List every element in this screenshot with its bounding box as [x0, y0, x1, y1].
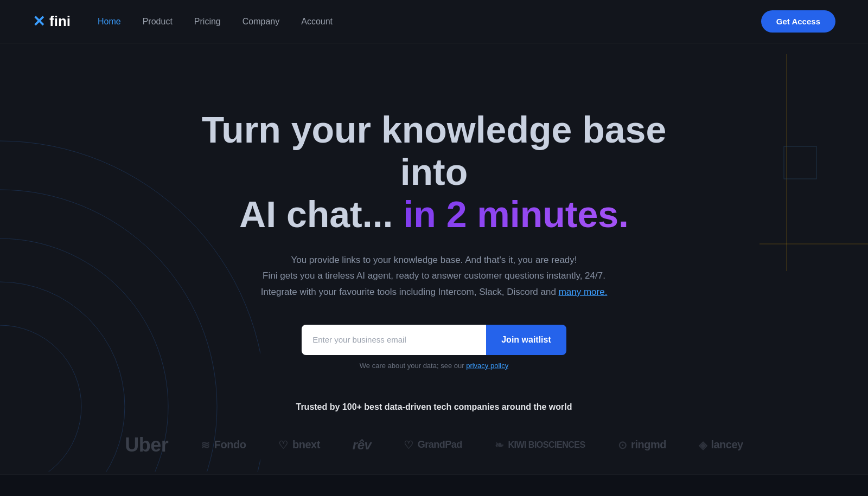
hero-title-line1: Turn your knowledge base into: [202, 109, 666, 192]
logos-row: Uber ≋ Fondo ♡ bnext rêv ♡ GrandPad ❧ KI…: [0, 434, 868, 456]
main-content: Turn your knowledge base into AI chat...…: [0, 43, 868, 456]
nav-item-home[interactable]: Home: [98, 17, 121, 27]
email-input[interactable]: [302, 325, 486, 355]
hero-subtitle: You provide links to your knowledge base…: [261, 252, 608, 300]
logo-kiwi: ❧ KIWI BIOSCIENCES: [495, 439, 585, 452]
nav-right: Get Access: [761, 10, 835, 33]
subtitle-line2: Fini gets you a tireless AI agent, ready…: [263, 270, 605, 281]
subtitle-line1: You provide links to your knowledge base…: [291, 255, 577, 265]
logo-ringmd: ⊙ ringmd: [618, 439, 666, 452]
logo-rev: rêv: [353, 437, 372, 453]
logo-grandpad: ♡ GrandPad: [404, 439, 462, 452]
trust-heading: Trusted by 100+ best data-driven tech co…: [296, 402, 572, 412]
logo-bnext: ♡ bnext: [278, 439, 320, 452]
bottom-bar: [0, 474, 868, 496]
many-more-link[interactable]: many more.: [559, 287, 608, 297]
logo-text: fini: [49, 13, 71, 30]
nav-item-company[interactable]: Company: [242, 17, 279, 27]
nav-links: Home Product Pricing Company Account: [98, 17, 333, 27]
trust-section: Trusted by 100+ best data-driven tech co…: [0, 402, 868, 456]
privacy-policy-link[interactable]: privacy policy: [466, 362, 508, 370]
email-form: Join waitlist: [302, 325, 566, 355]
logo[interactable]: ✕ fini: [33, 12, 71, 30]
logo-uber: Uber: [125, 434, 168, 456]
nav-item-account[interactable]: Account: [301, 17, 333, 27]
logo-icon: ✕: [33, 12, 45, 30]
subtitle-line3: Integrate with your favourite tools incl…: [261, 287, 608, 297]
hero-title-highlight: in 2 minutes.: [403, 194, 629, 235]
join-waitlist-button[interactable]: Join waitlist: [486, 325, 566, 355]
nav-left: ✕ fini Home Product Pricing Company Acco…: [33, 12, 333, 30]
nav-item-pricing[interactable]: Pricing: [194, 17, 221, 27]
navbar: ✕ fini Home Product Pricing Company Acco…: [0, 0, 868, 43]
logo-fondo: ≋ Fondo: [201, 439, 246, 452]
logo-lancey: ◈ lancey: [699, 439, 743, 452]
privacy-note: We care about your data; see our privacy…: [360, 362, 508, 370]
get-access-button[interactable]: Get Access: [761, 10, 835, 33]
nav-item-product[interactable]: Product: [143, 17, 173, 27]
hero-title: Turn your knowledge base into AI chat...…: [190, 108, 678, 236]
hero-title-line2: AI chat...: [239, 194, 393, 235]
